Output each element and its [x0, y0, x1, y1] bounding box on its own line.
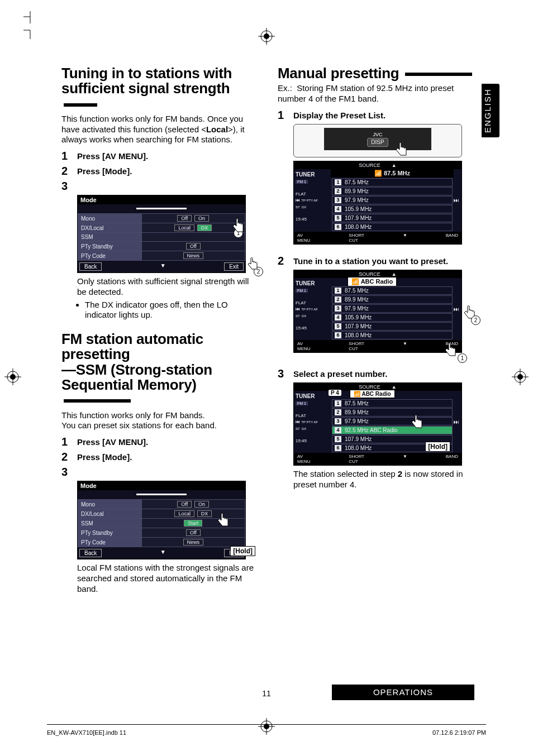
- list-item: 397.9 MHz: [332, 417, 453, 425]
- footer-right: 07.12.6 2:19:07 PM: [432, 729, 486, 736]
- hand-cursor-icon: [444, 343, 458, 357]
- caption-1: Only stations with sufficient signal str…: [77, 276, 259, 298]
- step-num: 3: [61, 180, 72, 193]
- mode-row-mono: Mono: [78, 500, 142, 509]
- callout-2: 2: [471, 315, 480, 325]
- mode-row-dxlocal: DX/Local: [78, 509, 142, 519]
- mode-row-ssm: SSM: [78, 519, 142, 528]
- tuner-title: TUNER: [296, 393, 315, 399]
- intro-bold: Local: [206, 125, 228, 134]
- preset-indicator: P 4: [329, 390, 341, 396]
- step-num: 1: [61, 436, 72, 448]
- list-item: 289.9 MHz: [332, 295, 453, 304]
- time-label: 15:45: [296, 326, 307, 331]
- mode-row-ptycode: PTy Code: [78, 251, 142, 261]
- shortcut-label: SHORT CUT: [349, 341, 364, 351]
- step-text: Press [AV MENU].: [77, 436, 148, 447]
- conclusion: The station selected in step 2 is now st…: [293, 469, 475, 490]
- step-r1: 1Display the Preset List.: [278, 109, 475, 122]
- step-num: 2: [278, 255, 288, 267]
- ex-lead: Ex.:: [278, 83, 292, 93]
- band-label: FM 1: [296, 180, 308, 184]
- band-label: FM 1: [296, 401, 308, 405]
- step-text: Tune in to a station you want to preset.: [293, 255, 448, 266]
- h2-l3: Sequential Memory): [61, 376, 197, 393]
- band-label: FM 1: [296, 289, 308, 293]
- mode-row-ptystandby: PTy Standby: [78, 528, 142, 538]
- time-label: 15:45: [296, 438, 307, 443]
- disp-button: DISP: [367, 138, 388, 147]
- mode-row-dxlocal: DX/Local: [78, 223, 142, 233]
- step-1b: 1Press [AV MENU].: [61, 436, 259, 448]
- list-item: 5107.9 MHz: [332, 214, 453, 222]
- step-text: Press [AV MENU].: [77, 150, 148, 161]
- station-name: 📶 ABC Radio: [348, 277, 397, 286]
- mode-row-ssm: SSM: [78, 233, 142, 242]
- flags-label: TP PTY AF ST DX: [296, 199, 318, 208]
- tuner-preset-list-3: SOURCE ▲ TUNER FM 1 FLAT ⏮ TP PTY AF ST …: [293, 382, 462, 466]
- intro-2a: This function works only for FM bands.: [61, 410, 259, 421]
- step-num: 1: [61, 150, 72, 162]
- list-item: 397.9 MHz: [332, 304, 453, 313]
- mode-tabstrip: ▬▬▬▬▬▬▬▬▬: [78, 204, 245, 213]
- dx-dx: DX: [197, 510, 212, 517]
- list-item: 6108.0 MHz: [332, 223, 453, 231]
- step-text: Press [Mode].: [77, 165, 132, 176]
- brand-label: JVC: [373, 132, 382, 137]
- avmenu-label: AV MENU: [297, 454, 311, 464]
- flat-label: FLAT: [296, 300, 306, 305]
- hand-cursor-icon: [394, 142, 409, 157]
- tuner-preset-list-2: SOURCE ▲ TUNER FM 1 FLAT ⏮ TP PTY AF ST …: [293, 270, 462, 353]
- tuner-title: TUNER: [296, 171, 315, 178]
- source-label: SOURCE: [359, 162, 380, 168]
- dx-local: Local: [174, 510, 194, 517]
- mode-row-ptycode: PTy Code: [78, 538, 142, 547]
- time-label: 15:45: [296, 217, 307, 222]
- mono-off: Off: [177, 215, 192, 222]
- section-title-3: Manual presetting: [278, 66, 475, 81]
- pty-news: News: [183, 539, 204, 546]
- step-r3: 3Select a preset number.: [278, 367, 475, 380]
- caption-2: Local FM stations with the strongest sig…: [77, 563, 259, 594]
- footer-left: EN_KW-AVX710[EE].indb 11: [47, 729, 126, 736]
- callout-1: 1: [458, 353, 467, 363]
- language-tab: ENGLISH: [482, 84, 499, 137]
- page-number: 11: [262, 689, 271, 698]
- shortcut-label: SHORT CUT: [349, 454, 364, 464]
- mode-tabstrip: ▬▬▬▬▬▬▬▬▬: [78, 490, 245, 499]
- exit-btn: Exit: [224, 262, 244, 271]
- h2-l1: FM station automatic presetting: [61, 331, 203, 362]
- h2-l2: —SSM (Strong-station: [61, 361, 212, 378]
- left-column: Tuning in to stations with sufficient si…: [61, 66, 259, 596]
- mode-title: Mode: [78, 481, 245, 490]
- list-item: 289.9 MHz: [332, 408, 453, 417]
- section-bar: OPERATIONS: [332, 685, 474, 700]
- list-item: 187.5 MHz: [332, 178, 453, 186]
- step-r2: 2Tune in to a station you want to preset…: [278, 255, 475, 267]
- list-item: 4105.9 MHz: [332, 313, 453, 322]
- station-name: 📶 ABC Radio: [350, 390, 395, 398]
- avmenu-label: AV MENU: [297, 233, 311, 243]
- crop-mark-top: [23, 11, 37, 41]
- band-btn: BAND: [446, 454, 458, 464]
- list-item: 4105.9 MHz: [332, 205, 453, 213]
- flat-label: FLAT: [296, 192, 306, 197]
- hold-label: [Hold]: [425, 442, 450, 452]
- dx-local: Local: [174, 224, 194, 231]
- step-3b: 3: [61, 466, 259, 479]
- example-text: Ex.: Storing FM station of 92.5 MHz into…: [278, 83, 475, 104]
- registration-mark-top: [258, 28, 275, 47]
- mono-on: On: [194, 215, 209, 222]
- list-item: 492.5 MHz ABC Radio: [332, 426, 453, 434]
- mono-off: Off: [177, 501, 192, 508]
- source-label: SOURCE: [359, 384, 380, 390]
- hold-label: [Hold]: [230, 546, 255, 556]
- step-num: 1: [278, 109, 288, 122]
- flags-label: TP PTY AF ST DX: [296, 420, 318, 430]
- registration-mark-right: [512, 369, 529, 387]
- bullet-1: The DX indicator goes off, then the LO i…: [85, 300, 259, 321]
- back-btn: Back: [79, 549, 102, 557]
- registration-mark-left: [4, 369, 21, 387]
- step-3: 3: [61, 180, 259, 193]
- footer-line: [47, 724, 486, 725]
